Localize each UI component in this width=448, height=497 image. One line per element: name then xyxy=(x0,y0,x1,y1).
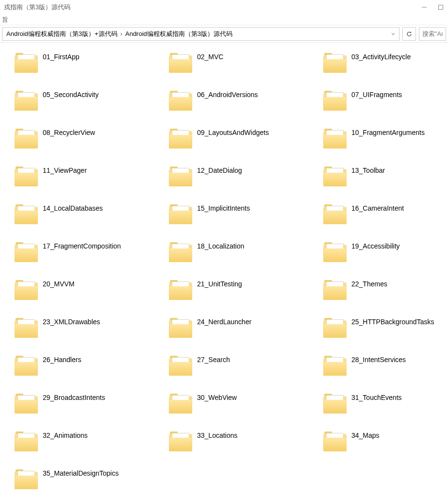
folder-icon xyxy=(15,468,38,491)
folder-item[interactable]: 10_FragmentArguments xyxy=(322,126,448,151)
folder-item[interactable]: 35_MaterialDesignTopics xyxy=(14,467,159,492)
folder-icon xyxy=(15,430,38,453)
folder-item[interactable]: 17_FragmentComposition xyxy=(14,240,159,265)
folder-label: 08_RecyclerView xyxy=(43,127,95,137)
folder-item[interactable]: 03_ActivityLifecycle xyxy=(322,50,448,76)
breadcrumb-segment-0[interactable]: Android编程权威指南（第3版）+源代码 xyxy=(4,30,119,38)
folder-icon xyxy=(323,241,347,264)
folder-item[interactable]: 25_HTTPBackgroundTasks xyxy=(322,315,448,341)
folder-label: 25_HTTPBackgroundTasks xyxy=(351,316,434,326)
svg-rect-1 xyxy=(439,5,443,10)
folder-item[interactable]: 20_MVVM xyxy=(14,278,159,303)
folder-item[interactable]: 30_WebView xyxy=(168,391,314,416)
folder-label: 34_Maps xyxy=(351,430,380,440)
folder-label: 26_Handlers xyxy=(43,354,81,364)
folder-item[interactable]: 09_LayoutsAndWidgets xyxy=(168,126,314,151)
address-row: Android编程权威指南（第3版）+源代码 › Android编程权威指南（第… xyxy=(0,25,448,43)
refresh-button[interactable] xyxy=(402,27,416,41)
folder-label: 20_MVVM xyxy=(43,279,74,288)
folder-label: 23_XMLDrawables xyxy=(43,316,100,326)
folder-icon xyxy=(323,203,347,226)
folder-item[interactable]: 31_TouchEvents xyxy=(322,391,448,416)
folder-item[interactable]: 06_AndroidVersions xyxy=(168,88,314,114)
folder-item[interactable]: 28_IntentServices xyxy=(322,353,448,379)
folder-item[interactable]: 08_RecyclerView xyxy=(14,126,159,151)
folder-item[interactable]: 07_UIFragments xyxy=(322,88,448,114)
folder-icon xyxy=(169,430,192,453)
folder-item[interactable]: 02_MVC xyxy=(168,50,314,76)
folder-icon xyxy=(15,392,38,415)
window-controls xyxy=(421,4,444,11)
folder-item[interactable]: 01_FirstApp xyxy=(14,50,159,76)
folder-item[interactable]: 21_UnitTesting xyxy=(168,278,314,303)
folder-icon xyxy=(15,127,38,150)
folder-icon xyxy=(169,316,192,340)
folder-label: 32_Animations xyxy=(43,430,88,440)
folder-item[interactable]: 18_Localization xyxy=(168,240,314,265)
folder-label: 21_UnitTesting xyxy=(197,279,242,288)
folder-label: 15_ImplicitIntents xyxy=(197,203,250,213)
folder-item[interactable]: 24_NerdLauncher xyxy=(168,315,314,341)
folder-label: 19_Accessibility xyxy=(351,241,400,250)
folder-item[interactable]: 29_BroadcastIntents xyxy=(14,391,159,416)
folder-item[interactable]: 34_Maps xyxy=(322,429,448,454)
folder-item[interactable]: 05_SecondActivity xyxy=(14,88,159,114)
folder-item[interactable]: 12_DateDialog xyxy=(168,164,314,189)
folder-item[interactable]: 33_Locations xyxy=(168,429,314,454)
folder-item[interactable]: 32_Animations xyxy=(14,429,159,454)
folder-label: 02_MVC xyxy=(197,51,223,61)
breadcrumb-segment-1[interactable]: Android编程权威指南（第3版）源代码 xyxy=(123,30,234,38)
breadcrumb[interactable]: Android编程权威指南（第3版）+源代码 › Android编程权威指南（第… xyxy=(2,27,399,41)
folder-label: 24_NerdLauncher xyxy=(197,316,251,326)
folder-item[interactable]: 26_Handlers xyxy=(14,353,159,379)
minimize-button[interactable] xyxy=(421,4,428,11)
window-title: 戎指南（第3版）源代码 xyxy=(4,3,421,12)
folder-label: 33_Locations xyxy=(197,430,237,440)
folder-icon xyxy=(15,203,38,226)
folder-item[interactable]: 27_Search xyxy=(168,353,314,379)
folder-label: 18_Localization xyxy=(197,241,244,250)
folder-label: 30_WebView xyxy=(197,392,237,402)
folder-item[interactable]: 11_ViewPager xyxy=(14,164,159,189)
folder-label: 14_LocalDatabases xyxy=(43,203,103,213)
folder-item[interactable]: 19_Accessibility xyxy=(322,240,448,265)
folder-icon xyxy=(169,89,192,113)
folder-label: 29_BroadcastIntents xyxy=(43,392,105,402)
folder-item[interactable]: 16_CameraIntent xyxy=(322,202,448,227)
folder-icon xyxy=(169,354,192,378)
folder-icon xyxy=(169,165,192,188)
folder-icon xyxy=(323,89,347,113)
folder-icon xyxy=(323,354,347,378)
folder-item[interactable]: 22_Themes xyxy=(322,278,448,303)
folder-grid: 01_FirstApp02_MVC03_ActivityLifecycle05_… xyxy=(14,50,444,492)
search-input[interactable] xyxy=(419,27,446,41)
folder-icon xyxy=(15,89,38,113)
folder-label: 09_LayoutsAndWidgets xyxy=(197,127,269,137)
folder-icon xyxy=(323,127,347,150)
folder-icon xyxy=(169,203,192,226)
folder-item[interactable]: 14_LocalDatabases xyxy=(14,202,159,227)
folder-label: 28_IntentServices xyxy=(351,354,406,364)
folder-label: 11_ViewPager xyxy=(43,165,87,175)
window-titlebar: 戎指南（第3版）源代码 xyxy=(0,0,448,15)
folder-label: 31_TouchEvents xyxy=(351,392,402,402)
breadcrumb-separator-icon: › xyxy=(119,30,123,37)
folder-item[interactable]: 15_ImplicitIntents xyxy=(168,202,314,227)
folder-label: 06_AndroidVersions xyxy=(197,89,258,99)
folder-icon xyxy=(169,51,192,75)
folder-label: 05_SecondActivity xyxy=(43,89,99,99)
folder-icon xyxy=(169,392,192,415)
folder-item[interactable]: 13_Toolbar xyxy=(322,164,448,189)
refresh-icon xyxy=(406,31,413,37)
folder-label: 27_Search xyxy=(197,354,230,364)
folder-label: 22_Themes xyxy=(351,279,387,288)
breadcrumb-dropdown-icon[interactable] xyxy=(389,30,397,37)
maximize-button[interactable] xyxy=(437,4,444,11)
folder-label: 03_ActivityLifecycle xyxy=(351,51,411,61)
folder-item[interactable]: 23_XMLDrawables xyxy=(14,315,159,341)
folder-icon xyxy=(15,279,38,302)
folder-label: 35_MaterialDesignTopics xyxy=(43,468,118,478)
content-area: 01_FirstApp02_MVC03_ActivityLifecycle05_… xyxy=(0,43,448,497)
folder-label: 13_Toolbar xyxy=(351,165,385,175)
folder-icon xyxy=(323,165,347,188)
